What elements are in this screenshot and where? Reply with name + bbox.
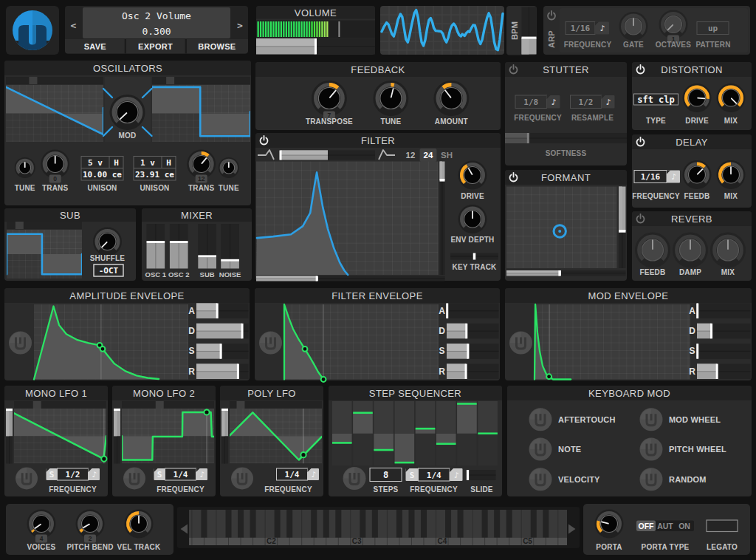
mono-lfo-1-sync-button[interactable]: S [47,468,58,480]
keyboard-mod-source-random[interactable] [640,468,663,491]
stutter-resample-sync[interactable]: ♪ [602,95,615,109]
stutter-resample-box[interactable]: 1/2 [571,95,602,109]
delay-mix-knob[interactable] [717,160,746,189]
black-key[interactable] [238,510,244,538]
mono-lfo-1-display[interactable] [14,409,106,464]
formant-xy-pad[interactable] [506,187,617,269]
patch-next-button[interactable]: > [237,20,243,31]
mono-lfo-2-frequency-box[interactable]: 1/4 [165,468,196,480]
filter-envelope-a-slider[interactable] [446,304,498,319]
step-7-bar[interactable] [478,432,498,434]
step-6-bar[interactable] [457,403,477,405]
mono-lfo-2-sync-button[interactable]: S [154,468,165,480]
mono-lfo-2-amp-slider[interactable] [114,409,120,464]
mono-lfo-2-display[interactable] [122,409,214,464]
amplitude-envelope-a-slider[interactable] [196,304,249,319]
mono-lfo-2-mod-source[interactable] [123,468,145,490]
poly-lfo-frequency-sync[interactable]: ♪ [308,468,320,480]
step-1-bar[interactable] [353,412,373,414]
amplitude-envelope-display[interactable] [34,304,188,380]
bpm-slider[interactable] [522,7,537,55]
porta-type-selector[interactable]: OFFAUTON [636,521,694,532]
distortion-drive-knob[interactable] [683,83,712,112]
osc2-phase[interactable] [152,77,250,84]
mono-lfo-1-phase[interactable] [14,401,106,409]
filter-envelope-d-slider[interactable] [447,324,499,339]
arp-gate-knob[interactable] [619,12,648,41]
steps-box[interactable]: 8 [370,468,402,482]
step-0-bar[interactable] [332,442,352,444]
filter-resonance-slider[interactable] [440,162,445,276]
filter-key-track-slider[interactable] [450,253,498,260]
black-key[interactable] [506,510,512,538]
feedback-tune-knob[interactable] [373,81,408,116]
black-key[interactable] [458,510,464,538]
delay-frequency-box[interactable]: 1/16 [634,171,667,183]
pole-option-SH[interactable]: SH [441,151,453,160]
black-key[interactable] [226,510,232,538]
stutter-softness-slider[interactable] [505,133,627,143]
black-key[interactable] [201,510,207,538]
mono-lfo-2-frequency-sync[interactable]: ♪ [196,468,208,480]
black-key[interactable] [286,510,292,538]
step-frequency-box[interactable]: 1/4 [419,468,450,481]
stutter-frequency-box[interactable]: 1/8 [515,95,547,109]
mono-lfo-1-frequency-box[interactable]: 1/2 [58,468,89,480]
keyboard-mod-source-pitch-wheel[interactable] [640,438,663,461]
sub-shuffle-knob[interactable] [93,228,122,256]
step-5-bar[interactable] [436,443,456,445]
sub-phase[interactable] [7,222,82,229]
keyboard-mod-source-mod-wheel[interactable] [640,408,663,431]
keyboard[interactable]: C2C3C4C5 [177,507,580,548]
stutter-frequency-sync[interactable]: ♪ [547,95,560,109]
step-frequency-sync-button[interactable]: S [406,468,419,481]
delay-feedb-knob[interactable] [683,160,712,189]
save-button[interactable]: SAVE [84,42,106,51]
black-key[interactable] [482,510,488,538]
step-3-bar[interactable] [395,462,415,464]
poly-lfo-frequency-box[interactable]: 1/4 [277,468,308,480]
porta-type-option-off[interactable]: OFF [636,521,656,532]
black-key[interactable] [250,510,256,538]
mono-lfo-2-phase[interactable] [122,401,214,409]
mod-envelope-a-slider[interactable] [696,304,750,319]
black-key[interactable] [335,510,341,538]
osc-mod-knob[interactable] [110,95,145,130]
browse-button[interactable]: BROWSE [198,42,236,51]
sub-display[interactable] [7,230,82,279]
filter-envelope-display-point-1[interactable] [321,377,326,382]
osc2-tune-knob[interactable] [219,157,239,178]
black-key[interactable] [543,510,549,538]
mixer-slider-2[interactable] [198,224,216,269]
legato-checkbox[interactable] [707,520,738,532]
pole-option-24[interactable]: 24 [420,148,437,162]
export-button[interactable]: EXPORT [138,42,173,51]
arp-frequency-box[interactable]: 1/16 [566,22,595,35]
distortion-type-box[interactable]: sft clp [634,94,678,105]
step-sequencer-mod-source[interactable] [343,467,366,490]
mod-envelope-s-slider[interactable] [696,344,750,359]
mixer-slider-0[interactable] [147,224,165,269]
amplitude-envelope-mod-source[interactable] [9,332,32,355]
vel-track-knob[interactable] [125,510,154,539]
formant-x-slider[interactable] [506,270,626,276]
black-key[interactable] [494,510,500,538]
mono-lfo-1-frequency-sync[interactable]: ♪ [89,468,100,480]
osc2-unison-box[interactable]: 1 vH23.91 ce [134,157,176,181]
filter-envelope-mod-source[interactable] [259,332,282,355]
filter-envelope-display[interactable] [284,304,439,382]
black-key[interactable] [275,510,281,538]
filter-drive-knob[interactable] [458,161,487,190]
step-frequency-note[interactable]: ♪ [450,468,463,481]
amplitude-envelope-r-slider[interactable] [196,364,249,380]
mod-envelope-d-slider[interactable] [697,324,751,339]
delay-frequency-sync[interactable]: ♪ [667,171,680,183]
feedback-amount-knob[interactable] [433,81,469,116]
keyboard-mod-source-aftertouch[interactable] [529,408,552,431]
keyboard-mod-source-velocity[interactable] [529,468,552,491]
filter-display[interactable] [256,162,439,276]
keyboard-mod-source-note[interactable] [529,438,552,461]
mono-lfo-1-amp-slider[interactable] [6,409,13,464]
osc1-unison-box[interactable]: 5 vH10.00 ce [81,157,123,181]
amplitude-envelope-s-slider[interactable] [196,344,249,359]
